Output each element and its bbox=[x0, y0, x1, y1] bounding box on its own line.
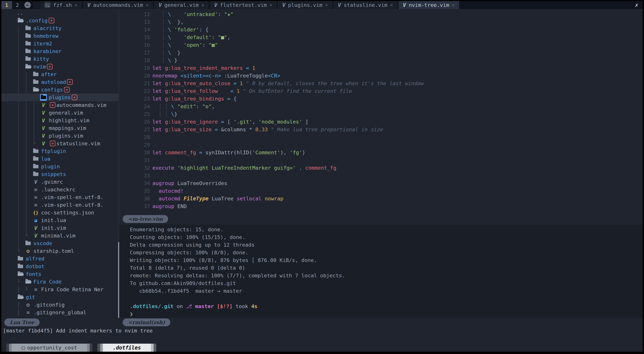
tree-item-init.lua[interactable]: ◕init.lua bbox=[1, 216, 119, 224]
folder-icon bbox=[17, 255, 24, 262]
tab-fzf.sh[interactable]: ›_fzf.sh× bbox=[40, 1, 82, 9]
tree-item-alfred[interactable]: alfred bbox=[1, 255, 119, 263]
tree-item-minimal.vim[interactable]: └Vminimal.vim bbox=[1, 232, 119, 239]
folder-icon bbox=[25, 40, 32, 47]
tab-close-icon[interactable]: × bbox=[452, 2, 455, 8]
tree-item-..[interactable]: .. bbox=[1, 9, 119, 17]
editor-pane[interactable]: 12 │ \ 'untracked': "★"13 │ \ },14 │ \ '… bbox=[119, 9, 643, 224]
tree-item-highlight.vim[interactable]: Vhighlight.vim bbox=[1, 117, 119, 124]
tree-item-dotbot[interactable]: dotbot bbox=[1, 263, 119, 270]
tmux-window--dotfiles[interactable]: .dotfiles bbox=[98, 344, 156, 352]
code-text: │ \ 'default': "■", bbox=[150, 34, 230, 40]
line-number: 16 bbox=[119, 42, 150, 48]
tree-item-autoload[interactable]: autoload+ bbox=[1, 78, 119, 86]
vim-icon: V bbox=[40, 125, 47, 131]
tree-item-configs[interactable]: configs+ bbox=[1, 86, 119, 93]
tab-close-icon[interactable]: × bbox=[146, 2, 148, 8]
back-circle-icon[interactable]: ← bbox=[24, 2, 31, 8]
tab-autocommands.vim[interactable]: Vautocommands.vim× bbox=[83, 1, 153, 9]
tree-item-iterm2[interactable]: iterm2 bbox=[1, 40, 119, 47]
tree-item-after[interactable]: after bbox=[1, 70, 119, 78]
folder-icon bbox=[25, 25, 32, 31]
tree-item-autocommands.vim[interactable]: V+autocommands.vim bbox=[1, 101, 119, 109]
tree-item-plugins.vim[interactable]: Vplugins.vim bbox=[1, 132, 119, 140]
tree-item-snippets[interactable]: snippets bbox=[1, 170, 119, 178]
tab-general.vim[interactable]: Vgeneral.vim× bbox=[154, 1, 208, 9]
tree-item-coc-settings.json[interactable]: {}coc-settings.json bbox=[1, 209, 119, 216]
code-line: 16 │ \ 'open': "▦" bbox=[119, 41, 643, 49]
folder-glyph bbox=[33, 88, 38, 91]
git-plus-badge: + bbox=[50, 102, 56, 108]
tmux-window-opportunity-cost[interactable]: □opportunity_cost bbox=[6, 344, 92, 352]
workspace-1[interactable]: 1 bbox=[1, 1, 12, 9]
shell-prompt-char[interactable]: ❯ bbox=[130, 310, 643, 318]
tab-close-icon[interactable]: × bbox=[74, 2, 77, 8]
tab-close-icon[interactable]: × bbox=[269, 2, 272, 8]
tab-label: fluttertest.vim bbox=[220, 2, 267, 8]
tab-plugins.vim[interactable]: Vplugins.vim× bbox=[278, 1, 332, 9]
tmux-window-label: .dotfiles bbox=[103, 344, 151, 352]
folder-icon bbox=[32, 79, 39, 85]
terminal-text: To github.com:Akin909/dotfiles.git bbox=[130, 280, 236, 286]
close-all-icon[interactable]: ✗ bbox=[635, 2, 638, 8]
tree-item-nvim[interactable]: nvim+ bbox=[1, 63, 119, 70]
code-seg: : bbox=[218, 11, 224, 17]
tree-item-mappings.vim[interactable]: Vmappings.vim bbox=[1, 124, 119, 132]
code-seg bbox=[152, 42, 162, 48]
terminal-text: Total 8 (delta 7), reused 0 (delta 0) bbox=[130, 265, 245, 271]
code-seg: setlocal bbox=[236, 196, 265, 202]
tree-item-.gvimrc[interactable]: V.gvimrc bbox=[1, 178, 119, 186]
terminal-pane[interactable]: Enumerating objects: 15, done.Counting o… bbox=[119, 225, 643, 318]
tree-item-ftplugin[interactable]: ftplugin bbox=[1, 147, 119, 155]
tree-item-statusline.vim[interactable]: └V+statusline.vim bbox=[1, 140, 119, 147]
vim-icon: V bbox=[32, 225, 39, 231]
tree-item-kitty[interactable]: kitty bbox=[1, 55, 119, 63]
code-seg: "▦" bbox=[208, 42, 218, 48]
tab-close-icon[interactable]: × bbox=[325, 2, 328, 8]
tree-item-label: starship.toml bbox=[34, 248, 74, 254]
code-seg: autocmd bbox=[158, 196, 184, 202]
tree-item-plugins[interactable]: plugins+ bbox=[1, 93, 119, 101]
tree-item-git[interactable]: git bbox=[1, 293, 119, 301]
tree-item-starship.toml[interactable]: └⚙starship.toml bbox=[1, 247, 119, 255]
code-text: │ │ \} bbox=[150, 111, 177, 117]
tree-item-general.vim[interactable]: Vgeneral.vim bbox=[1, 109, 119, 117]
code-seg: * bbox=[249, 126, 255, 132]
tab-close-icon[interactable]: × bbox=[390, 2, 393, 8]
braces-icon: {} bbox=[32, 209, 39, 216]
tree-item-.vim-spell-en.utf-8.[interactable]: ≡.vim-spell-en.utf-8. bbox=[1, 193, 119, 201]
tree-item-alacritty[interactable]: alacritty bbox=[1, 24, 119, 32]
tree-item-.gitignore-global[interactable]: │≡.gitignore_global bbox=[1, 309, 119, 316]
tab-nvim-tree.vim[interactable]: Vnvim-tree.vim× bbox=[398, 1, 459, 9]
code-text: autocmd FileType LuaTree setlocal nowrap bbox=[150, 196, 284, 202]
tab-fluttertest.vim[interactable]: Vfluttertest.vim× bbox=[210, 1, 277, 9]
tree-item-vscode[interactable]: vscode bbox=[1, 239, 119, 247]
tree-branch-glyph: └ bbox=[32, 140, 40, 146]
code-line: 20nnoremap <silent><c-n> :LuaTreeToggle<… bbox=[119, 72, 643, 79]
tree-item-.vim-spell-en.utf-8.[interactable]: ≡.vim-spell-en.utf-8. bbox=[1, 201, 119, 209]
code-line: 22let g:lua_tree_follow = 1 " On bufEnte… bbox=[119, 87, 643, 95]
code-seg: let bbox=[152, 80, 165, 86]
code-seg: g:lua_tree_follow bbox=[165, 88, 230, 94]
code-line: 26let g:lua_tree_ignore = [ '.git', 'nod… bbox=[119, 118, 643, 126]
tree-item-.gitconfig[interactable]: │⚙.gitconfig bbox=[1, 301, 119, 309]
tab-close-icon[interactable]: × bbox=[201, 2, 204, 8]
tree-item-label: Fira Code bbox=[34, 279, 62, 285]
code-seg: nnoremap bbox=[152, 73, 180, 79]
code-seg: 0.33 bbox=[255, 126, 271, 132]
workspace-2[interactable]: 2 bbox=[12, 1, 23, 9]
tree-item-init.vim[interactable]: Vinit.vim bbox=[1, 224, 119, 232]
folder-open-icon bbox=[17, 17, 24, 24]
tree-item-fira-code[interactable]: └Fira Code bbox=[1, 278, 119, 286]
tree-item-fonts[interactable]: fonts bbox=[1, 270, 119, 278]
tree-item-plugin[interactable]: plugin bbox=[1, 163, 119, 170]
tree-item-.config[interactable]: .config+ bbox=[1, 17, 119, 24]
tree-item-homebrew[interactable]: homebrew bbox=[1, 32, 119, 40]
tree-item-.luacheckrc[interactable]: ≡.luacheckrc bbox=[1, 186, 119, 193]
tree-item-fira-code-retina-ner[interactable]: │└≡Fira Code Retina Ner bbox=[1, 286, 119, 293]
code-seg: comment_fg bbox=[165, 149, 199, 155]
tab-statusline.vim[interactable]: Vstatusline.vim× bbox=[334, 1, 397, 9]
tree-item-karabiner[interactable]: karabiner bbox=[1, 47, 119, 55]
tree-item-lua[interactable]: lua bbox=[1, 155, 119, 163]
tree-item-label: highlight.vim bbox=[49, 117, 90, 123]
